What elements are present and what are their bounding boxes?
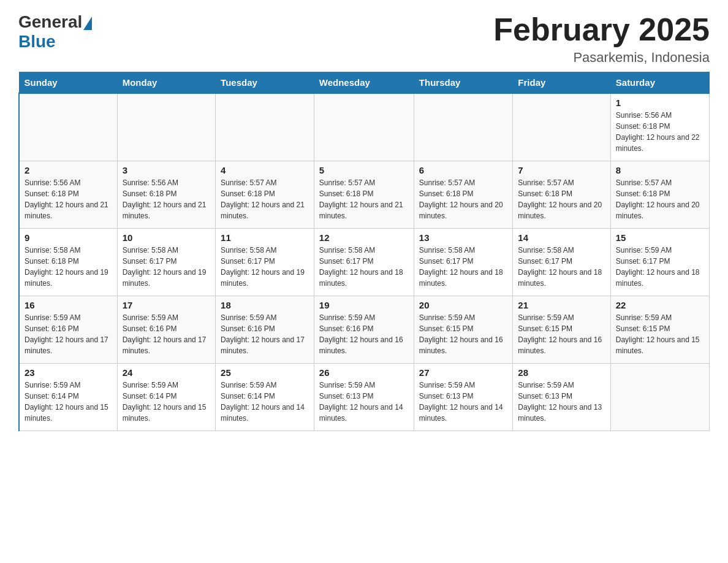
day-number: 15	[616, 232, 704, 243]
calendar-cell: 16Sunrise: 5:59 AM Sunset: 6:16 PM Dayli…	[19, 296, 117, 363]
day-info: Sunrise: 5:59 AM Sunset: 6:15 PM Dayligh…	[518, 312, 605, 356]
day-info: Sunrise: 5:57 AM Sunset: 6:18 PM Dayligh…	[221, 177, 309, 221]
day-number: 20	[419, 300, 508, 310]
calendar-cell: 8Sunrise: 5:57 AM Sunset: 6:18 PM Daylig…	[610, 161, 709, 228]
calendar-table: SundayMondayTuesdayWednesdayThursdayFrid…	[18, 72, 710, 431]
title-area: February 2025 Pasarkemis, Indonesia	[493, 12, 710, 66]
day-number: 1	[616, 98, 704, 108]
day-number: 27	[419, 367, 508, 378]
calendar-week-4: 16Sunrise: 5:59 AM Sunset: 6:16 PM Dayli…	[19, 296, 710, 363]
page-header: General Blue February 2025 Pasarkemis, I…	[18, 12, 710, 66]
calendar-cell: 22Sunrise: 5:59 AM Sunset: 6:15 PM Dayli…	[610, 296, 709, 363]
calendar-cell: 19Sunrise: 5:59 AM Sunset: 6:16 PM Dayli…	[314, 296, 414, 363]
calendar-week-2: 2Sunrise: 5:56 AM Sunset: 6:18 PM Daylig…	[19, 161, 710, 228]
day-number: 21	[518, 300, 605, 310]
day-number: 10	[123, 232, 210, 243]
calendar-week-3: 9Sunrise: 5:58 AM Sunset: 6:18 PM Daylig…	[19, 228, 710, 296]
logo-triangle-icon	[83, 17, 92, 30]
day-number: 7	[518, 165, 605, 175]
calendar-cell: 14Sunrise: 5:58 AM Sunset: 6:17 PM Dayli…	[513, 228, 610, 296]
calendar-title: February 2025	[493, 12, 710, 47]
calendar-cell	[216, 93, 314, 161]
day-number: 9	[25, 232, 112, 243]
day-info: Sunrise: 5:57 AM Sunset: 6:18 PM Dayligh…	[616, 177, 704, 221]
calendar-cell: 23Sunrise: 5:59 AM Sunset: 6:14 PM Dayli…	[19, 363, 117, 431]
day-info: Sunrise: 5:59 AM Sunset: 6:16 PM Dayligh…	[25, 312, 112, 356]
day-info: Sunrise: 5:59 AM Sunset: 6:17 PM Dayligh…	[616, 245, 704, 289]
calendar-cell	[414, 93, 513, 161]
calendar-cell	[610, 363, 709, 431]
calendar-cell: 9Sunrise: 5:58 AM Sunset: 6:18 PM Daylig…	[19, 228, 117, 296]
calendar-cell: 11Sunrise: 5:58 AM Sunset: 6:17 PM Dayli…	[216, 228, 314, 296]
header-friday: Friday	[513, 72, 610, 94]
calendar-cell: 24Sunrise: 5:59 AM Sunset: 6:14 PM Dayli…	[117, 363, 215, 431]
day-info: Sunrise: 5:56 AM Sunset: 6:18 PM Dayligh…	[123, 177, 210, 221]
header-thursday: Thursday	[414, 72, 513, 94]
calendar-cell: 5Sunrise: 5:57 AM Sunset: 6:18 PM Daylig…	[314, 161, 414, 228]
calendar-cell: 6Sunrise: 5:57 AM Sunset: 6:18 PM Daylig…	[414, 161, 513, 228]
calendar-cell: 28Sunrise: 5:59 AM Sunset: 6:13 PM Dayli…	[513, 363, 610, 431]
day-number: 17	[123, 300, 210, 310]
calendar-cell: 20Sunrise: 5:59 AM Sunset: 6:15 PM Dayli…	[414, 296, 513, 363]
calendar-subtitle: Pasarkemis, Indonesia	[493, 50, 710, 66]
calendar-header-row: SundayMondayTuesdayWednesdayThursdayFrid…	[19, 72, 710, 94]
calendar-cell: 10Sunrise: 5:58 AM Sunset: 6:17 PM Dayli…	[117, 228, 215, 296]
day-info: Sunrise: 5:58 AM Sunset: 6:17 PM Dayligh…	[419, 245, 508, 289]
day-number: 11	[221, 232, 309, 243]
header-tuesday: Tuesday	[216, 72, 314, 94]
calendar-cell	[19, 93, 117, 161]
day-info: Sunrise: 5:59 AM Sunset: 6:16 PM Dayligh…	[123, 312, 210, 356]
calendar-cell: 25Sunrise: 5:59 AM Sunset: 6:14 PM Dayli…	[216, 363, 314, 431]
calendar-cell: 2Sunrise: 5:56 AM Sunset: 6:18 PM Daylig…	[19, 161, 117, 228]
calendar-cell: 1Sunrise: 5:56 AM Sunset: 6:18 PM Daylig…	[610, 93, 709, 161]
day-number: 14	[518, 232, 605, 243]
calendar-cell: 3Sunrise: 5:56 AM Sunset: 6:18 PM Daylig…	[117, 161, 215, 228]
logo-general-text: General	[18, 12, 82, 32]
day-info: Sunrise: 5:59 AM Sunset: 6:14 PM Dayligh…	[123, 380, 210, 424]
day-number: 2	[25, 165, 112, 175]
day-number: 23	[25, 367, 112, 378]
day-info: Sunrise: 5:59 AM Sunset: 6:14 PM Dayligh…	[25, 380, 112, 424]
day-number: 6	[419, 165, 508, 175]
day-info: Sunrise: 5:59 AM Sunset: 6:13 PM Dayligh…	[518, 380, 605, 424]
calendar-cell: 4Sunrise: 5:57 AM Sunset: 6:18 PM Daylig…	[216, 161, 314, 228]
day-info: Sunrise: 5:59 AM Sunset: 6:15 PM Dayligh…	[616, 312, 704, 356]
day-info: Sunrise: 5:58 AM Sunset: 6:17 PM Dayligh…	[221, 245, 309, 289]
header-wednesday: Wednesday	[314, 72, 414, 94]
calendar-cell: 26Sunrise: 5:59 AM Sunset: 6:13 PM Dayli…	[314, 363, 414, 431]
header-saturday: Saturday	[610, 72, 709, 94]
day-info: Sunrise: 5:57 AM Sunset: 6:18 PM Dayligh…	[319, 177, 409, 221]
day-info: Sunrise: 5:59 AM Sunset: 6:14 PM Dayligh…	[221, 380, 309, 424]
calendar-cell: 12Sunrise: 5:58 AM Sunset: 6:17 PM Dayli…	[314, 228, 414, 296]
calendar-cell: 17Sunrise: 5:59 AM Sunset: 6:16 PM Dayli…	[117, 296, 215, 363]
day-number: 4	[221, 165, 309, 175]
calendar-cell	[117, 93, 215, 161]
day-info: Sunrise: 5:56 AM Sunset: 6:18 PM Dayligh…	[616, 110, 704, 154]
calendar-week-1: 1Sunrise: 5:56 AM Sunset: 6:18 PM Daylig…	[19, 93, 710, 161]
day-number: 3	[123, 165, 210, 175]
day-number: 13	[419, 232, 508, 243]
day-number: 5	[319, 165, 409, 175]
calendar-cell: 21Sunrise: 5:59 AM Sunset: 6:15 PM Dayli…	[513, 296, 610, 363]
calendar-week-5: 23Sunrise: 5:59 AM Sunset: 6:14 PM Dayli…	[19, 363, 710, 431]
calendar-cell: 15Sunrise: 5:59 AM Sunset: 6:17 PM Dayli…	[610, 228, 709, 296]
day-number: 18	[221, 300, 309, 310]
calendar-cell	[513, 93, 610, 161]
day-number: 12	[319, 232, 409, 243]
day-number: 22	[616, 300, 704, 310]
day-number: 24	[123, 367, 210, 378]
day-number: 8	[616, 165, 704, 175]
day-info: Sunrise: 5:58 AM Sunset: 6:18 PM Dayligh…	[25, 245, 112, 289]
header-sunday: Sunday	[19, 72, 117, 94]
calendar-cell: 7Sunrise: 5:57 AM Sunset: 6:18 PM Daylig…	[513, 161, 610, 228]
day-info: Sunrise: 5:59 AM Sunset: 6:13 PM Dayligh…	[419, 380, 508, 424]
day-info: Sunrise: 5:58 AM Sunset: 6:17 PM Dayligh…	[123, 245, 210, 289]
header-monday: Monday	[117, 72, 215, 94]
calendar-cell: 18Sunrise: 5:59 AM Sunset: 6:16 PM Dayli…	[216, 296, 314, 363]
day-number: 28	[518, 367, 605, 378]
day-number: 25	[221, 367, 309, 378]
day-number: 19	[319, 300, 409, 310]
day-info: Sunrise: 5:57 AM Sunset: 6:18 PM Dayligh…	[419, 177, 508, 221]
day-info: Sunrise: 5:57 AM Sunset: 6:18 PM Dayligh…	[518, 177, 605, 221]
calendar-cell: 13Sunrise: 5:58 AM Sunset: 6:17 PM Dayli…	[414, 228, 513, 296]
